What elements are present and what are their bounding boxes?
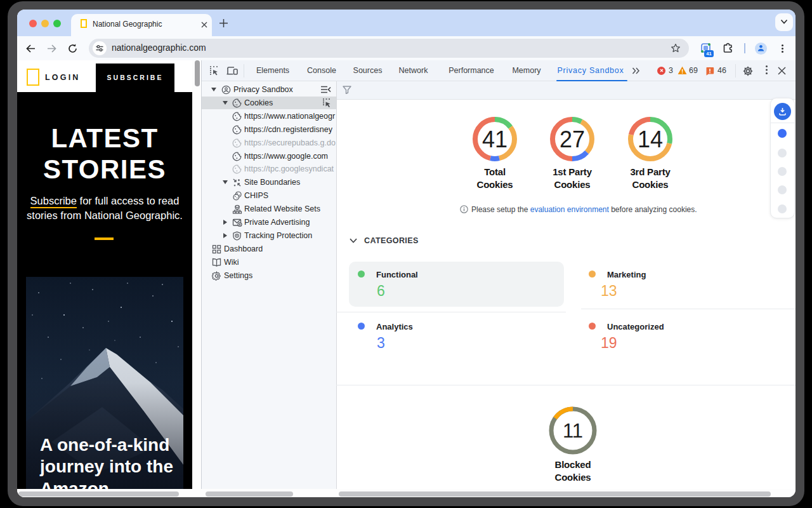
- svg-text:14: 14: [638, 126, 663, 152]
- svg-text:41: 41: [482, 126, 508, 152]
- svg-text:27: 27: [560, 126, 585, 152]
- svg-text:11: 11: [563, 420, 583, 442]
